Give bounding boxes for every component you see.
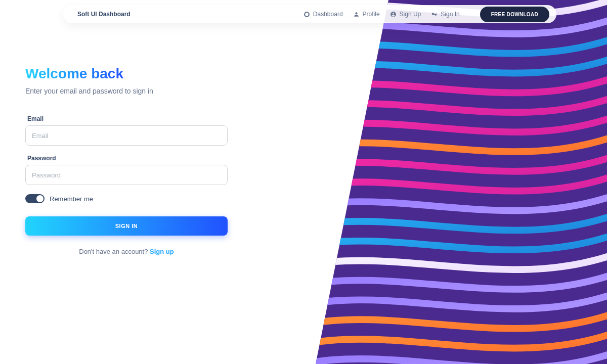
key-icon [431,11,438,18]
password-label: Password [27,155,228,162]
navbar-links: Dashboard Profile Sign Up Sign In FREE D… [304,7,549,22]
person-icon [353,11,360,18]
nav-signup-label: Sign Up [400,11,421,18]
signup-link[interactable]: Sign up [150,248,174,255]
nav-signup[interactable]: Sign Up [390,11,421,18]
brand-title[interactable]: Soft UI Dashboard [77,11,131,18]
donut-icon [304,11,310,18]
hero-artwork-pane [304,0,607,364]
remember-me-label: Remember me [50,195,93,203]
free-download-button[interactable]: FREE DOWNLOAD [480,7,549,22]
nav-dashboard-label: Dashboard [313,11,343,18]
signin-form: Email Password Remember me SIGN IN Don't… [25,115,228,255]
signin-button[interactable]: SIGN IN [25,216,228,236]
signin-panel: Welcome back Enter your email and passwo… [0,0,304,364]
nav-signin-label: Sign In [441,11,459,18]
toggle-knob [36,195,44,202]
nav-signin[interactable]: Sign In [431,11,459,18]
signup-prompt-row: Don't have an account? Sign up [25,248,228,255]
nav-profile-label: Profile [363,11,380,18]
email-field[interactable] [25,125,228,146]
nav-dashboard[interactable]: Dashboard [304,11,343,18]
account-circle-icon [390,11,397,18]
email-label: Email [27,115,228,122]
nav-profile[interactable]: Profile [353,11,380,18]
page-title: Welcome back [25,66,123,82]
top-navbar: Soft UI Dashboard Dashboard Profile Sign… [63,5,556,23]
page-subtitle: Enter your email and password to sign in [25,87,273,95]
password-field[interactable] [25,165,228,185]
signup-prompt-text: Don't have an account? [79,248,150,255]
abstract-swirl-art [304,0,607,364]
remember-me-toggle[interactable] [25,194,45,203]
